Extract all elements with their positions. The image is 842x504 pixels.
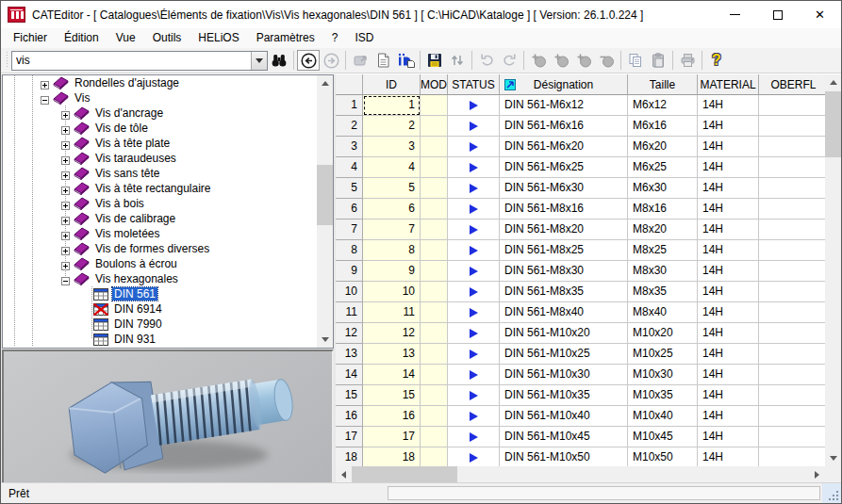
cell-taille[interactable]: M8x30 — [628, 261, 698, 282]
cell-designation[interactable]: DIN 561-M8x40 — [500, 302, 628, 323]
cell-designation[interactable]: DIN 561-M6x12 — [500, 95, 628, 116]
cell-mod[interactable] — [421, 116, 448, 137]
cell-designation[interactable]: DIN 561-M10x40 — [500, 406, 628, 427]
cell-designation[interactable]: DIN 561-M8x35 — [500, 282, 628, 302]
tree-expand-box[interactable] — [61, 139, 70, 148]
cell-material[interactable]: 14H — [698, 323, 759, 344]
scrollbar-thumb[interactable] — [317, 165, 333, 225]
cell-designation[interactable]: DIN 561-M6x25 — [500, 157, 628, 178]
cell-mod[interactable] — [421, 95, 448, 116]
row-header[interactable]: 5 — [336, 178, 363, 199]
cell-id[interactable]: 13 — [363, 344, 421, 365]
tree-expand-box[interactable] — [61, 170, 70, 178]
tree-expand-box[interactable] — [41, 79, 49, 88]
cell-oberfl[interactable] — [759, 219, 825, 240]
cell-taille[interactable]: M10x25 — [628, 344, 698, 365]
tree-item-vis-taraudeuses[interactable]: Vis taraudeuses — [3, 151, 317, 166]
column-header-designation[interactable]: Désignation — [500, 74, 628, 95]
navigate-forward-button[interactable] — [320, 50, 342, 71]
row-header[interactable]: 7 — [336, 219, 363, 240]
cell-material[interactable]: 14H — [698, 157, 759, 178]
cell-status[interactable] — [448, 116, 500, 137]
row-header[interactable]: 11 — [336, 302, 363, 323]
menu-item-dition[interactable]: Édition — [56, 28, 107, 48]
cell-oberfl[interactable] — [759, 447, 825, 466]
scroll-up-button[interactable] — [317, 75, 333, 91]
cell-mod[interactable] — [421, 240, 448, 261]
tree-collapse-box[interactable] — [61, 275, 70, 284]
delete-record-button[interactable] — [595, 50, 618, 71]
row-header[interactable]: 1 — [336, 95, 363, 116]
cell-taille[interactable]: M6x12 — [628, 95, 698, 116]
cell-oberfl[interactable] — [759, 261, 825, 282]
cell-designation[interactable]: DIN 561-M10x30 — [500, 365, 628, 385]
row-header[interactable]: 16 — [336, 406, 363, 427]
tree-item-din-931[interactable]: DIN 931 — [3, 332, 317, 347]
cell-designation[interactable]: DIN 561-M6x30 — [500, 178, 628, 199]
cell-taille[interactable]: M6x25 — [628, 157, 698, 178]
cell-id[interactable]: 12 — [363, 323, 421, 344]
cell-id[interactable]: 6 — [363, 199, 421, 219]
tree-expand-box[interactable] — [61, 200, 70, 208]
cell-taille[interactable]: M10x35 — [628, 385, 698, 406]
cell-status[interactable] — [448, 261, 500, 282]
cell-status[interactable] — [448, 385, 500, 406]
cell-oberfl[interactable] — [759, 199, 825, 219]
menu-item-fichier[interactable]: Fichier — [5, 28, 56, 48]
cell-material[interactable]: 14H — [698, 447, 759, 466]
tree-item-vis-d-ancrage[interactable]: Vis d'ancrage — [3, 106, 317, 121]
cell-mod[interactable] — [421, 365, 448, 385]
search-button[interactable] — [268, 50, 290, 71]
row-header[interactable]: 4 — [336, 157, 363, 178]
cell-mod[interactable] — [421, 427, 448, 447]
cell-mod[interactable] — [421, 344, 448, 365]
cell-oberfl[interactable] — [759, 323, 825, 344]
cell-mod[interactable] — [421, 178, 448, 199]
minimize-button[interactable] — [714, 1, 756, 28]
cell-designation[interactable]: DIN 561-M10x20 — [500, 323, 628, 344]
cell-taille[interactable]: M8x16 — [628, 199, 698, 219]
row-header[interactable]: 14 — [336, 365, 363, 385]
tree-item-vis-molet-es[interactable]: Vis moletées — [3, 226, 317, 241]
cell-mod[interactable] — [421, 385, 448, 406]
tree-scrollbar[interactable] — [317, 75, 333, 348]
tree-item-vis[interactable]: Vis — [3, 90, 317, 106]
cell-oberfl[interactable] — [759, 240, 825, 261]
cell-oberfl[interactable] — [759, 95, 825, 116]
cell-status[interactable] — [448, 427, 500, 447]
cell-status[interactable] — [448, 447, 500, 466]
cell-designation[interactable]: DIN 561-M8x25 — [500, 240, 628, 261]
row-header[interactable]: 18 — [336, 447, 363, 466]
cell-designation[interactable]: DIN 561-M8x16 — [500, 199, 628, 219]
cell-mod[interactable] — [421, 302, 448, 323]
scroll-down-button[interactable] — [317, 332, 333, 348]
menu-item-param-tres[interactable]: Paramètres — [248, 28, 323, 48]
cell-material[interactable]: 14H — [698, 199, 759, 219]
tree-item-din-561[interactable]: DIN 561 — [3, 286, 317, 301]
cell-status[interactable] — [448, 302, 500, 323]
cell-id[interactable]: 15 — [363, 385, 421, 406]
cell-material[interactable]: 14H — [698, 282, 759, 302]
cell-id[interactable]: 14 — [363, 365, 421, 385]
cell-designation[interactable]: DIN 561-M6x16 — [500, 116, 628, 137]
cell-material[interactable]: 14H — [698, 385, 759, 406]
tree-item-vis-t-te-rectangulaire[interactable]: Vis à tête rectangulaire — [3, 181, 317, 196]
redo-button[interactable] — [498, 50, 520, 71]
menu-item-vue[interactable]: Vue — [107, 28, 144, 48]
add-record-button-1[interactable] — [527, 50, 550, 71]
scrollbar-thumb[interactable] — [825, 91, 841, 157]
row-header[interactable]: 9 — [336, 261, 363, 282]
cell-oberfl[interactable] — [759, 178, 825, 199]
tree-expand-box[interactable] — [61, 124, 70, 133]
print-button[interactable] — [676, 50, 699, 71]
cell-taille[interactable]: M8x40 — [628, 302, 698, 323]
tree-expand-box[interactable] — [61, 109, 70, 118]
row-header[interactable]: 3 — [336, 137, 363, 157]
tree-collapse-box[interactable] — [41, 94, 49, 103]
cell-material[interactable]: 14H — [698, 137, 759, 157]
cell-oberfl[interactable] — [759, 137, 825, 157]
paste-button[interactable] — [647, 50, 669, 71]
help-button[interactable]: ? — [705, 50, 728, 71]
cell-oberfl[interactable] — [759, 302, 825, 323]
cell-taille[interactable]: M8x35 — [628, 282, 698, 302]
